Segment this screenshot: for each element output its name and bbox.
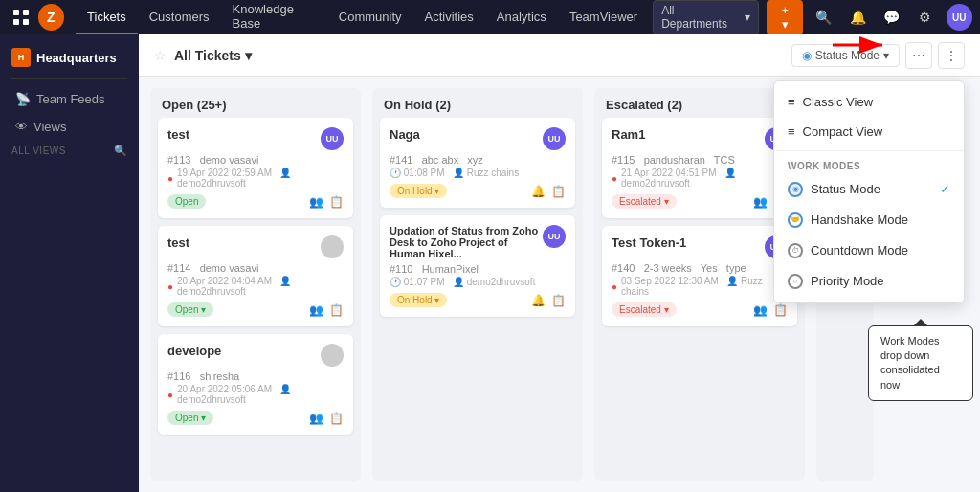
kanban-col-open: Open (25+) test UU #113 demo vasavi ● 19… [150,88,361,481]
nav-tab-knowledge-base[interactable]: Knowledge Base [221,0,327,34]
kanban-col-onhold: On Hold (2) Naga UU #141 abc abx xyz 🕐 0… [372,88,583,481]
search-icon[interactable]: 🔍 [811,4,836,31]
card-naga-141: Naga UU #141 abc abx xyz 🕐 01:08 PM 👤 Ru… [380,118,575,208]
card-action-icons: 👥 📋 [309,412,344,425]
dropdown-countdown-mode[interactable]: ⏱ Countdown Mode [774,235,964,266]
sidebar-section-label: ALL VIEWS 🔍 [0,141,139,161]
avatar [321,235,344,258]
app-grid-icon[interactable] [8,4,34,31]
card-flag-icon[interactable]: 🔔 [531,294,546,307]
sidebar-item-views[interactable]: 👁 Views [4,114,135,140]
nav-right: All Departments ▾ + ▾ 🔍 🔔 💬 ⚙ UU [653,0,972,34]
avatar [321,344,344,367]
col-header-onhold: On Hold (2) [372,88,583,118]
avatar: UU [543,225,566,248]
card-assign-icon[interactable]: 📋 [329,303,344,317]
dropdown-handshake-mode[interactable]: 🤝 Handshake Mode [774,205,964,235]
nav-tabs: Tickets Customers Knowledge Base Communi… [76,0,649,34]
main-layout: H Headquarters 📡 Team Feeds 👁 Views ALL … [0,34,980,492]
check-mark-icon: ✓ [940,182,950,196]
sidebar-org[interactable]: H Headquarters [0,42,139,73]
dropdown-divider [774,150,964,151]
dropdown-classic-view[interactable]: ≡ Classic View [774,87,964,117]
card-action-icons: 👥 📋 [753,303,788,317]
svg-rect-0 [13,10,19,15]
department-selector[interactable]: All Departments ▾ [653,0,759,34]
star-icon[interactable]: ☆ [154,48,167,63]
toolbar-left: ☆ All Tickets ▾ [154,48,252,63]
dropdown-status-mode[interactable]: ◉ Status Mode ✓ [774,174,964,205]
svg-rect-2 [13,19,19,25]
views-icon: 👁 [15,120,28,134]
card-people-icon[interactable]: 👥 [753,303,768,317]
card-assign-icon[interactable]: 📋 [329,412,344,425]
handshake-mode-icon: 🤝 [788,212,803,228]
compact-view-icon: ≡ [788,124,795,139]
app-logo: Z [38,4,65,31]
card-assign-icon[interactable]: 📋 [773,303,788,317]
card-people-icon[interactable]: 👥 [309,412,323,425]
status-badge[interactable]: Open ▾ [167,411,213,425]
card-ram1-115: Ram1 UU #115 pandusharan TCS ● 21 Apr 20… [602,118,797,218]
card-assign-icon[interactable]: 📋 [551,185,566,198]
user-avatar-nav[interactable]: UU [947,4,972,31]
nav-tab-tickets[interactable]: Tickets [76,0,138,34]
kanban-cards-open: test UU #113 demo vasavi ● 19 Apr 2022 0… [150,118,361,442]
card-develope-116: develope #116 shiresha ● 20 Apr 2022 05:… [158,334,353,435]
content-area: ☆ All Tickets ▾ [139,34,980,492]
status-mode-icon: ◉ [802,49,812,62]
callout-box: Work Modes drop down consolidated now [868,325,973,402]
card-assign-icon[interactable]: 📋 [551,294,566,307]
kanban-cards-onhold: Naga UU #141 abc abx xyz 🕐 01:08 PM 👤 Ru… [372,118,583,324]
toolbar-menu-icon[interactable]: ⋮ [938,42,965,69]
status-mode-dot: ◉ [788,182,803,197]
card-action-icons: 🔔 📋 [531,294,566,307]
card-people-icon[interactable]: 👥 [309,195,323,209]
callout-arrow [913,319,928,326]
status-badge[interactable]: On Hold ▾ [390,184,447,198]
nav-tab-community[interactable]: Community [327,0,413,34]
nav-tab-activities[interactable]: Activities [413,0,485,34]
status-badge[interactable]: Escalated ▾ [612,194,677,209]
status-badge[interactable]: Open ▾ [167,302,213,317]
card-action-icons: 👥 📋 [309,303,344,317]
nav-tab-analytics[interactable]: Analytics [485,0,558,34]
annotation-arrow [833,34,890,62]
notifications-icon[interactable]: 🔔 [845,4,871,31]
status-badge[interactable]: Open [167,194,206,209]
sidebar: H Headquarters 📡 Team Feeds 👁 Views ALL … [0,34,139,492]
nav-tab-teamviewer[interactable]: TeamViewer [558,0,649,34]
col-header-open: Open (25+) [150,88,361,118]
dropdown-priority-mode[interactable]: ○ Priority Mode [774,266,964,297]
sidebar-item-team-feeds[interactable]: 📡 Team Feeds [4,86,135,112]
dropdown-compact-view[interactable]: ≡ Compact View [774,117,964,146]
toolbar-more-icon[interactable]: ⋯ [905,42,932,69]
nav-tab-customers[interactable]: Customers [138,0,221,34]
card-flag-icon[interactable]: 🔔 [531,185,546,198]
sidebar-divider [11,78,127,79]
priority-mode-icon: ○ [788,274,803,289]
card-people-icon[interactable]: 👥 [309,303,323,317]
countdown-mode-icon: ⏱ [788,243,803,258]
toolbar: ☆ All Tickets ▾ [139,34,980,77]
card-assign-icon[interactable]: 📋 [329,195,344,209]
team-feeds-icon: 📡 [15,92,31,106]
avatar: UU [543,127,566,150]
sidebar-search-icon[interactable]: 🔍 [114,145,128,157]
work-modes-label: WORK MODES [774,155,964,174]
status-badge[interactable]: Escalated ▾ [612,302,677,317]
card-people-icon[interactable]: 👥 [753,195,768,209]
org-icon: H [11,48,31,67]
classic-view-icon: ≡ [788,95,795,109]
avatar: UU [321,127,344,150]
svg-rect-1 [23,10,29,15]
toolbar-right-wrapper: ◉ Status Mode ▾ ⋯ ⋮ ≡ Classic View ≡ Com… [791,42,965,69]
chat-icon[interactable]: 💬 [879,4,904,31]
work-modes-dropdown: ≡ Classic View ≡ Compact View WORK MODES… [773,80,965,303]
all-tickets-label[interactable]: All Tickets ▾ [174,48,252,63]
card-test-114: test #114 demo vasavi ● 20 Apr 2022 04:0… [158,226,353,326]
settings-icon[interactable]: ⚙ [912,4,938,31]
status-badge[interactable]: On Hold ▾ [390,293,447,307]
top-navigation: Z Tickets Customers Knowledge Base Commu… [0,0,980,34]
add-button[interactable]: + ▾ [767,0,803,34]
